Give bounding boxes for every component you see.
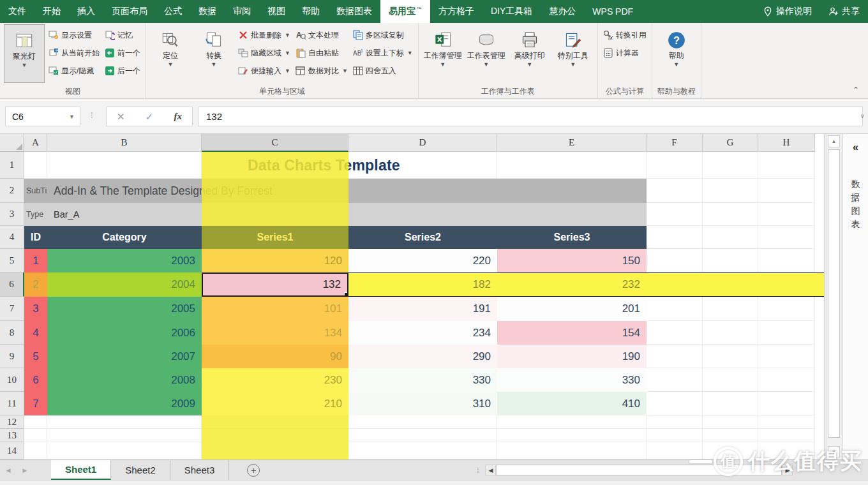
sheet-tab-Sheet1[interactable]: Sheet1 bbox=[51, 460, 111, 480]
cell-E4[interactable]: Series3 bbox=[497, 226, 647, 249]
ribbon-tab-8[interactable]: 视图 bbox=[259, 0, 294, 23]
cell-B1[interactable] bbox=[47, 152, 202, 179]
row-header-5[interactable]: 5 bbox=[0, 249, 24, 272]
cell-F8[interactable] bbox=[647, 321, 703, 345]
cell-E6[interactable]: 232 bbox=[497, 272, 647, 297]
spreadsheet-grid[interactable]: ABCDEFGH1234567891011121314Data Charts T… bbox=[0, 134, 825, 459]
insert-function-icon[interactable]: fx bbox=[168, 111, 188, 122]
formula-bar-grip[interactable]: ⁞ bbox=[91, 110, 93, 120]
scroll-up-icon[interactable]: ▲ bbox=[828, 135, 840, 147]
button-计算器[interactable]: 计算器 bbox=[602, 46, 648, 60]
cell-A10[interactable]: 6 bbox=[24, 368, 47, 392]
dropdown-icon[interactable]: ▼ bbox=[22, 62, 27, 68]
sheet-tab-Sheet3[interactable]: Sheet3 bbox=[170, 460, 230, 480]
ribbon-tab-11[interactable]: 易用宝™ bbox=[380, 0, 430, 23]
ribbon-tab-9[interactable]: 帮助 bbox=[294, 0, 328, 23]
button-显示设置[interactable]: 显示设置 bbox=[47, 28, 101, 42]
button-后一个[interactable]: 后一个 bbox=[103, 64, 142, 78]
cell-D5[interactable]: 220 bbox=[348, 249, 497, 272]
add-sheet-button[interactable]: + bbox=[247, 464, 260, 477]
cell-D11[interactable]: 310 bbox=[348, 392, 497, 415]
ribbon-tab-5[interactable]: 公式 bbox=[156, 0, 190, 23]
formula-bar-expand-icon[interactable]: ˅ bbox=[860, 113, 864, 120]
cell-B9[interactable]: 2007 bbox=[47, 345, 202, 368]
cell-G8[interactable] bbox=[703, 321, 758, 345]
column-header-B[interactable]: B bbox=[47, 134, 202, 152]
dropdown-icon[interactable]: ▼ bbox=[570, 61, 576, 68]
enter-icon[interactable]: ✓ bbox=[140, 111, 159, 123]
ribbon-tab-7[interactable]: 审阅 bbox=[225, 0, 259, 23]
cell-A11[interactable]: 7 bbox=[24, 392, 47, 415]
cell-B5[interactable]: 2003 bbox=[47, 249, 202, 272]
ribbon-tab-13[interactable]: DIY工具箱 bbox=[483, 0, 541, 23]
cell-E12[interactable] bbox=[497, 415, 647, 429]
dropdown-icon[interactable]: ▼ bbox=[168, 61, 174, 68]
button-转换引用[interactable]: fx转换引用 bbox=[602, 28, 648, 42]
cell-C10[interactable]: 230 bbox=[202, 368, 348, 392]
cell-G13[interactable] bbox=[703, 429, 758, 442]
cell-C9[interactable]: 90 bbox=[202, 345, 348, 368]
name-box[interactable]: C6 ▼ bbox=[5, 107, 80, 126]
ribbon-tab-2[interactable]: 开始 bbox=[34, 0, 69, 23]
cell-G9[interactable] bbox=[703, 345, 758, 368]
scroll-right-icon[interactable]: ▶ bbox=[782, 465, 793, 475]
cell-H8[interactable] bbox=[758, 321, 815, 345]
ribbon-tab-1[interactable]: 文件 bbox=[0, 0, 34, 23]
row-header-6[interactable]: 6 bbox=[0, 272, 24, 297]
cell-A6[interactable]: 2 bbox=[24, 272, 47, 297]
button-多区域复制[interactable]: 多区域复制 bbox=[352, 28, 414, 42]
cell-B4[interactable]: Category bbox=[47, 226, 202, 249]
row-header-2[interactable]: 2 bbox=[0, 179, 24, 203]
cell-D10[interactable]: 330 bbox=[348, 368, 497, 392]
button-从当前开始[interactable]: 从当前开始 bbox=[47, 46, 101, 60]
cell-B13[interactable] bbox=[47, 429, 202, 442]
button-记忆[interactable]: 记忆 bbox=[103, 28, 142, 42]
cell-D9[interactable]: 290 bbox=[348, 345, 497, 368]
cell-B6[interactable]: 2004 bbox=[47, 272, 202, 297]
ribbon-tab-15[interactable]: WPS PDF bbox=[584, 0, 641, 23]
cell-D14[interactable] bbox=[348, 442, 497, 459]
cell-F2[interactable] bbox=[647, 179, 703, 203]
cell-D13[interactable] bbox=[348, 429, 497, 442]
cell-H14[interactable] bbox=[758, 442, 815, 459]
row-header-11[interactable]: 11 bbox=[0, 392, 24, 415]
cell-F12[interactable] bbox=[647, 415, 703, 429]
cell-B14[interactable] bbox=[47, 442, 202, 459]
button-聚光灯[interactable]: 聚光灯▼ bbox=[4, 24, 45, 83]
cell-C8[interactable]: 134 bbox=[202, 321, 348, 345]
cell-E11[interactable]: 410 bbox=[497, 392, 647, 415]
active-cell-C6[interactable]: 132 bbox=[202, 272, 348, 297]
button-四舍五入[interactable]: 四舍五入 bbox=[352, 64, 414, 78]
cell-H2[interactable] bbox=[758, 179, 815, 203]
cell-H11[interactable] bbox=[758, 392, 815, 415]
row-header-13[interactable]: 13 bbox=[0, 429, 24, 442]
cell-A14[interactable] bbox=[24, 442, 47, 459]
cell-F10[interactable] bbox=[647, 368, 703, 392]
ribbon-tab-6[interactable]: 数据 bbox=[190, 0, 225, 23]
cell-D6[interactable]: 182 bbox=[348, 272, 497, 297]
name-box-dropdown-icon[interactable]: ▼ bbox=[69, 114, 75, 120]
cell-G10[interactable] bbox=[703, 368, 758, 392]
horizontal-scrollbar[interactable]: ◀ ▶ bbox=[485, 465, 793, 475]
cell-A9[interactable]: 5 bbox=[24, 345, 47, 368]
button-定位[interactable]: 定位▼ bbox=[150, 24, 191, 83]
cell-A7[interactable]: 3 bbox=[24, 297, 47, 321]
cell-A12[interactable] bbox=[24, 415, 47, 429]
cell-D8[interactable]: 234 bbox=[348, 321, 497, 345]
cell-B7[interactable]: 2005 bbox=[47, 297, 202, 321]
cell-A8[interactable]: 4 bbox=[24, 321, 47, 345]
column-header-G[interactable]: G bbox=[703, 134, 758, 152]
formula-input[interactable]: 132 bbox=[198, 107, 863, 126]
cell-E9[interactable]: 190 bbox=[497, 345, 647, 368]
cell-G7[interactable] bbox=[703, 297, 758, 321]
ribbon-tab-3[interactable]: 插入 bbox=[69, 0, 103, 23]
row-header-14[interactable]: 14 bbox=[0, 442, 24, 459]
dropdown-icon[interactable]: ▼ bbox=[407, 50, 413, 56]
cell-A4[interactable]: ID bbox=[24, 226, 47, 249]
dropdown-icon[interactable]: ▼ bbox=[673, 61, 679, 68]
cell-H5[interactable] bbox=[758, 249, 815, 272]
cell-A13[interactable] bbox=[24, 429, 47, 442]
cell-B12[interactable] bbox=[47, 415, 202, 429]
collapsed-task-pane[interactable]: « 数据图表 bbox=[842, 134, 868, 480]
row-header-7[interactable]: 7 bbox=[0, 297, 24, 321]
